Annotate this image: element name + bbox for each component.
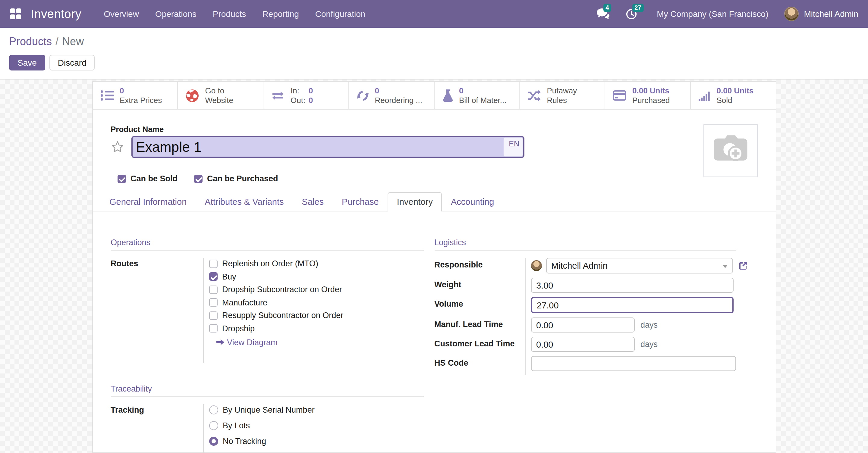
- favorite-star-icon[interactable]: [111, 140, 124, 154]
- refresh-icon: [357, 90, 369, 101]
- checkbox-icon[interactable]: [209, 311, 217, 320]
- view-diagram-link[interactable]: View Diagram: [216, 337, 424, 347]
- menu-operations[interactable]: Operations: [155, 9, 196, 19]
- stat-value: 0.00 Units: [632, 86, 670, 95]
- logistics-group: Logistics Responsible Mitchell Admin: [434, 238, 736, 375]
- customer-lead-time-input[interactable]: [531, 337, 634, 352]
- radio-icon[interactable]: [209, 436, 218, 446]
- tab-general-information[interactable]: General Information: [100, 192, 195, 212]
- can-be-purchased-checkbox[interactable]: Can be Purchased: [194, 174, 278, 183]
- product-name-input[interactable]: [131, 136, 524, 158]
- manuf-lead-time-input[interactable]: [531, 318, 634, 332]
- stat-label: Extra Prices: [120, 95, 162, 105]
- responsible-avatar: [531, 260, 541, 271]
- company-switcher[interactable]: My Company (San Francisco): [657, 9, 768, 19]
- stat-sold[interactable]: 0.00 UnitsSold: [691, 82, 776, 109]
- tab-attributes-variants[interactable]: Attributes & Variants: [195, 192, 293, 212]
- stat-extra-prices[interactable]: 0Extra Prices: [93, 82, 178, 109]
- can-be-sold-checkbox[interactable]: Can be Sold: [117, 174, 178, 183]
- hs-code-input[interactable]: [531, 356, 736, 371]
- discard-button[interactable]: Discard: [50, 55, 95, 70]
- stat-purchased[interactable]: 0.00 UnitsPurchased: [605, 82, 691, 109]
- checkbox-icon[interactable]: [209, 259, 217, 268]
- stat-bill-of-materials[interactable]: 0Bill of Mater...: [434, 82, 520, 109]
- control-panel: Products/New Save Discard: [0, 28, 868, 79]
- inventory-tab-content: Operations Routes Replenish on Order (MT…: [93, 212, 775, 453]
- radio-icon[interactable]: [209, 421, 218, 430]
- product-name-label: Product Name: [111, 125, 757, 134]
- view-diagram-label: View Diagram: [227, 337, 278, 347]
- tab-inventory[interactable]: Inventory: [388, 192, 442, 212]
- tracking-none-option[interactable]: No Tracking: [209, 436, 424, 446]
- breadcrumb-products-link[interactable]: Products: [9, 36, 52, 47]
- tab-accounting[interactable]: Accounting: [442, 192, 503, 212]
- responsible-input[interactable]: Mitchell Admin: [546, 258, 733, 273]
- form-view-background: 0Extra Prices Go toWebsite: [0, 79, 868, 453]
- checkbox-icon[interactable]: [209, 324, 217, 332]
- volume-input[interactable]: [531, 297, 733, 313]
- stat-value: 0: [120, 86, 162, 95]
- route-label: Dropship: [222, 324, 255, 333]
- stat-out-value: 0: [309, 95, 313, 104]
- chevron-down-icon[interactable]: [722, 265, 727, 268]
- menu-products[interactable]: Products: [213, 9, 246, 19]
- stat-go-to-website[interactable]: Go toWebsite: [178, 82, 264, 109]
- checkbox-icon[interactable]: [209, 272, 217, 281]
- menu-configuration[interactable]: Configuration: [315, 9, 366, 19]
- radio-icon[interactable]: [209, 405, 218, 414]
- stat-putaway-rules[interactable]: PutawayRules: [520, 82, 606, 109]
- save-button[interactable]: Save: [9, 55, 45, 70]
- form-sheet: 0Extra Prices Go toWebsite: [92, 81, 776, 453]
- checkbox-icon[interactable]: [117, 174, 126, 183]
- checkbox-icon[interactable]: [194, 174, 202, 183]
- route-replenish-mto[interactable]: Replenish on Order (MTO): [209, 259, 424, 268]
- menu-overview[interactable]: Overview: [104, 9, 139, 19]
- weight-input[interactable]: [531, 278, 733, 293]
- app-name[interactable]: Inventory: [31, 7, 82, 21]
- checkbox-icon[interactable]: [209, 285, 217, 294]
- route-label: Dropship Subcontractor on Order: [222, 285, 342, 294]
- activities-badge: 27: [632, 3, 644, 12]
- checkbox-icon[interactable]: [209, 298, 217, 306]
- route-buy[interactable]: Buy: [209, 272, 424, 281]
- stat-reordering-rules[interactable]: 0Reordering ...: [349, 82, 435, 109]
- tracking-serial-option[interactable]: By Unique Serial Number: [209, 405, 424, 414]
- stat-value: 0.00 Units: [717, 86, 754, 95]
- tab-purchase[interactable]: Purchase: [333, 192, 388, 212]
- volume-label: Volume: [434, 297, 525, 318]
- breadcrumb-current: New: [62, 36, 84, 47]
- stat-out-label: Out:: [290, 95, 309, 105]
- activities-button[interactable]: 27: [625, 8, 637, 20]
- product-image-placeholder[interactable]: [703, 124, 757, 177]
- tracking-lots-option[interactable]: By Lots: [209, 421, 424, 430]
- stat-label: Go to: [205, 86, 233, 95]
- customer-lead-time-unit: days: [641, 340, 658, 349]
- camera-plus-icon: [712, 135, 748, 166]
- route-dropship-subcontractor[interactable]: Dropship Subcontractor on Order: [209, 285, 424, 294]
- stat-product-moves[interactable]: In:0 Out:0: [264, 82, 349, 109]
- traceability-group: Traceability Tracking By Unique Serial N…: [111, 384, 424, 453]
- can-be-purchased-label: Can be Purchased: [207, 174, 278, 183]
- menu-reporting[interactable]: Reporting: [262, 9, 299, 19]
- tracking-option-label: No Tracking: [223, 436, 266, 446]
- language-badge[interactable]: EN: [503, 137, 523, 157]
- stat-label: Website: [205, 95, 233, 105]
- route-label: Manufacture: [222, 298, 267, 307]
- user-avatar[interactable]: [784, 7, 798, 21]
- customer-lead-time-label: Customer Lead Time: [434, 337, 525, 356]
- tracking-options: By Unique Serial Number By Lots No Track…: [203, 404, 424, 453]
- route-manufacture[interactable]: Manufacture: [209, 298, 424, 307]
- tracking-option-label: By Unique Serial Number: [223, 405, 315, 414]
- user-menu[interactable]: Mitchell Admin: [804, 9, 858, 19]
- route-dropship[interactable]: Dropship: [209, 324, 424, 333]
- tab-sales[interactable]: Sales: [293, 192, 333, 212]
- stat-button-box: 0Extra Prices Go toWebsite: [93, 82, 775, 110]
- credit-card-icon: [613, 90, 626, 101]
- stat-label: Reordering ...: [375, 95, 423, 105]
- messages-button[interactable]: 4: [596, 8, 609, 20]
- responsible-label: Responsible: [434, 258, 525, 278]
- open-record-button[interactable]: [738, 261, 748, 270]
- apps-menu-icon[interactable]: [10, 8, 22, 20]
- route-resupply-subcontractor[interactable]: Resupply Subcontractor on Order: [209, 311, 424, 320]
- stat-in-label: In:: [290, 86, 309, 95]
